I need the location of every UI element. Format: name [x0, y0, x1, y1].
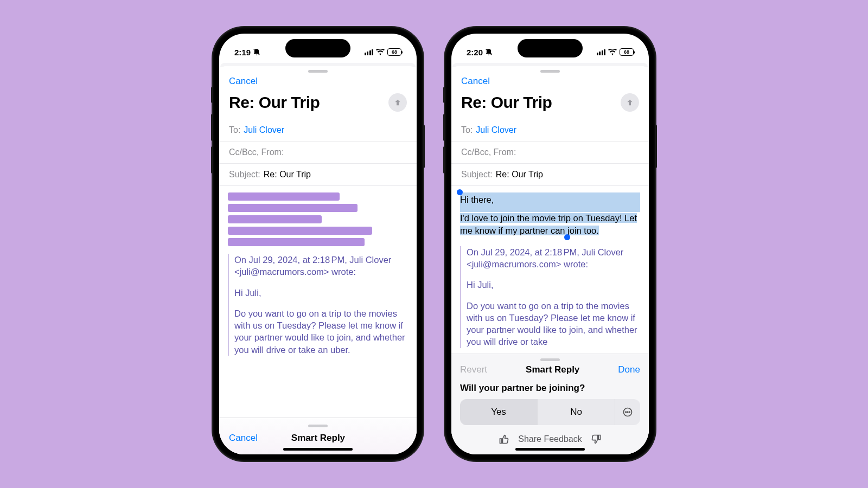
smart-reply-cancel[interactable]: Cancel	[229, 433, 258, 444]
to-recipient[interactable]: Juli Clover	[244, 125, 284, 135]
quote-greeting: Hi Juli,	[467, 279, 640, 291]
subject-field[interactable]: Subject: Re: Our Trip	[451, 164, 649, 186]
svg-point-1	[626, 412, 627, 413]
choice-no[interactable]: No	[538, 399, 615, 425]
ccbcc-label: Cc/Bcc, From:	[229, 147, 284, 157]
smart-reply-title: Smart Reply	[291, 433, 345, 444]
to-field[interactable]: To: Juli Clover	[451, 119, 649, 142]
revert-button[interactable]: Revert	[460, 364, 487, 375]
sheet-grabber[interactable]	[308, 70, 328, 73]
generating-placeholder	[228, 192, 408, 246]
subject-label: Subject:	[461, 170, 493, 179]
skeleton-line	[228, 238, 365, 246]
compose-title: Re: Our Trip	[229, 93, 320, 112]
ccbcc-field[interactable]: Cc/Bcc, From:	[219, 142, 417, 164]
clock: 2:20	[467, 48, 483, 57]
quoted-message: On Jul 29, 2024, at 2:18 PM, Juli Clover…	[460, 246, 640, 348]
cellular-icon	[597, 49, 606, 55]
choice-group: Yes No	[460, 399, 640, 425]
sheet-grabber[interactable]	[540, 70, 560, 73]
smart-reply-title: Smart Reply	[526, 364, 579, 375]
home-indicator[interactable]	[283, 448, 353, 451]
quote-header: On Jul 29, 2024, at 2:18 PM, Juli Clover…	[467, 246, 640, 271]
quote-body: Do you want to go on a trip to the movie…	[234, 307, 408, 356]
do-not-disturb-icon	[485, 48, 493, 56]
subject-field[interactable]: Subject: Re: Our Trip	[219, 164, 417, 186]
arrow-up-icon	[393, 98, 402, 107]
done-button[interactable]: Done	[618, 364, 640, 375]
subject-label: Subject:	[229, 170, 260, 179]
battery-indicator: 68	[620, 48, 634, 56]
svg-point-3	[629, 412, 630, 413]
cancel-button[interactable]: Cancel	[461, 76, 490, 86]
ccbcc-field[interactable]: Cc/Bcc, From:	[451, 142, 649, 164]
selection-handle-start[interactable]	[457, 189, 463, 195]
send-button[interactable]	[388, 93, 407, 112]
quoted-message: On Jul 29, 2024, at 2:18 PM, Juli Clover…	[228, 254, 408, 356]
to-recipient[interactable]: Juli Clover	[476, 125, 516, 135]
thumbs-down-icon[interactable]	[591, 434, 602, 445]
ccbcc-label: Cc/Bcc, From:	[461, 147, 516, 157]
cancel-button[interactable]: Cancel	[229, 76, 258, 86]
choice-yes[interactable]: Yes	[460, 399, 538, 425]
quote-header: On Jul 29, 2024, at 2:18 PM, Juli Clover…	[234, 254, 408, 278]
skeleton-line	[228, 192, 340, 201]
smart-reply-panel: Revert Smart Reply Done Will your partne…	[451, 354, 649, 454]
quote-body: Do you want to go on a trip to the movie…	[467, 300, 640, 348]
to-label: To:	[461, 125, 473, 135]
to-label: To:	[229, 125, 240, 135]
to-field[interactable]: To: Juli Clover	[219, 119, 417, 142]
battery-indicator: 68	[387, 48, 401, 56]
wifi-icon	[608, 49, 617, 55]
dynamic-island	[518, 39, 583, 57]
home-indicator[interactable]	[515, 448, 585, 451]
panel-grabber[interactable]	[308, 425, 328, 427]
wifi-icon	[376, 49, 385, 55]
compose-title: Re: Our Trip	[461, 93, 552, 112]
selection-handle-end[interactable]	[564, 234, 570, 240]
skeleton-line	[228, 204, 358, 212]
phone-left: 2:19 68 Cancel Re: Our Trip To: Juli Clo…	[213, 27, 423, 461]
cellular-icon	[365, 49, 374, 55]
dynamic-island	[285, 39, 350, 57]
subject-value: Re: Our Trip	[264, 170, 311, 179]
do-not-disturb-icon	[253, 48, 260, 56]
phone-right: 2:20 68 Cancel Re: Our Trip To: Juli Clo…	[445, 27, 655, 461]
ellipsis-icon	[622, 407, 633, 418]
arrow-up-icon	[626, 98, 634, 107]
clock: 2:19	[234, 48, 251, 57]
thumbs-up-icon[interactable]	[499, 434, 509, 445]
skeleton-line	[228, 227, 372, 235]
subject-value: Re: Our Trip	[496, 170, 543, 179]
choice-more[interactable]	[615, 399, 640, 425]
svg-point-2	[627, 412, 628, 413]
quote-greeting: Hi Juli,	[234, 287, 408, 299]
panel-grabber[interactable]	[540, 358, 560, 361]
send-button[interactable]	[621, 93, 639, 112]
skeleton-line	[228, 215, 322, 223]
reply-body: I'd love to join the movie trip on Tuesd…	[460, 213, 637, 235]
selected-reply-text[interactable]: Hi there, I'd love to join the movie tri…	[460, 192, 640, 236]
message-body[interactable]: Hi there, I'd love to join the movie tri…	[451, 186, 649, 354]
share-feedback-link[interactable]: Share Feedback	[518, 434, 582, 444]
message-body[interactable]: On Jul 29, 2024, at 2:18 PM, Juli Clover…	[219, 186, 417, 418]
reply-greeting: Hi there,	[460, 192, 640, 207]
followup-question: Will your partner be joining?	[460, 383, 640, 394]
